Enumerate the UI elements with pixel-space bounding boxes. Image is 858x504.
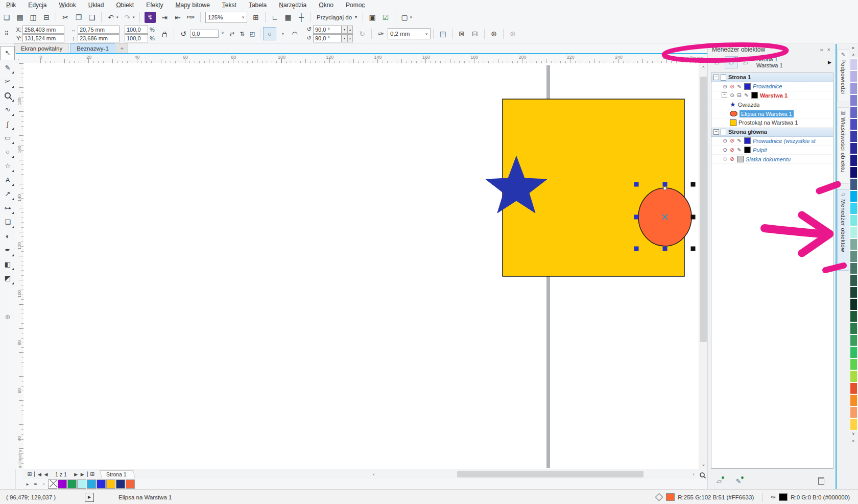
duplicate-button[interactable]: ⊡ (469, 28, 481, 40)
guidelines-toggle-button[interactable]: ┼ (295, 11, 307, 23)
text-tool[interactable]: A (1, 173, 14, 186)
next-page-button[interactable]: ▶ (72, 470, 80, 478)
palette-color-swatch[interactable] (850, 418, 857, 430)
doc-color-swatch[interactable] (106, 479, 115, 489)
mirror-horizontal-button[interactable]: ⇄ (227, 28, 236, 40)
import-button[interactable]: ⇥ (158, 11, 171, 23)
menu-mapy-bitowe[interactable]: Mapy bitowe (169, 1, 216, 10)
doc-color-swatch[interactable] (67, 479, 77, 489)
palette-color-swatch[interactable] (850, 286, 857, 299)
dimension-tool[interactable]: ↗ (1, 187, 14, 201)
tab-podpowiedzi[interactable]: ✎Podpowiedzi (837, 49, 849, 102)
app-launcher-icon[interactable]: ↯ (145, 12, 156, 23)
cut-button[interactable]: ✂ (59, 11, 72, 23)
scale-horizontal-field[interactable]: 100,0 (125, 26, 148, 34)
canvas-vertical-scrollbar[interactable]: ∧ ∨ (699, 63, 708, 469)
scrollbar-thumb[interactable] (457, 471, 644, 477)
copy-button[interactable]: ❐ (73, 11, 85, 23)
change-direction-button[interactable]: ↻ (356, 28, 368, 40)
palette-scroll-left[interactable]: ‹ (40, 479, 48, 488)
options-checklist-button[interactable]: ☑ (379, 11, 392, 23)
menu-efekty[interactable]: Efekty (140, 1, 169, 10)
palette-color-swatch[interactable] (850, 190, 857, 203)
palette-scroll-down[interactable]: ∨ (849, 430, 858, 438)
selection-handle[interactable] (663, 247, 668, 251)
palette-color-swatch[interactable] (850, 178, 857, 190)
transparency-tool[interactable]: ◐ (1, 229, 14, 243)
connector-tool[interactable]: ⊶ (1, 201, 14, 214)
palette-color-swatch[interactable] (850, 58, 857, 70)
no-color-swatch[interactable] (48, 479, 57, 489)
layer-manager-view-button[interactable]: ▱ (740, 57, 752, 68)
palette-color-swatch[interactable] (850, 238, 857, 251)
palette-flyout-icon[interactable]: ▸ (849, 44, 858, 51)
first-page-button[interactable]: ▏◀ (34, 470, 42, 478)
artistic-media-tool[interactable]: ʃ (1, 117, 14, 130)
drawing-canvas[interactable] (23, 63, 699, 469)
collapse-icon[interactable]: − (713, 75, 719, 80)
palette-color-swatch[interactable] (850, 334, 857, 347)
crop-tool[interactable]: ✂ (1, 75, 14, 88)
selection-handle[interactable] (634, 247, 639, 251)
menu-plik[interactable]: Plik (0, 1, 22, 10)
doc-tab-ekran-powitalny[interactable]: Ekran powitalny (14, 43, 69, 53)
save-button[interactable]: ◫ (27, 11, 39, 23)
convert-to-curves-button[interactable]: ⊠ (456, 28, 468, 40)
spinner-down[interactable]: ▾ (342, 34, 347, 42)
doc-color-swatch[interactable] (87, 479, 96, 489)
scroll-down-button[interactable]: ∨ (699, 461, 708, 469)
collapse-icon[interactable]: − (713, 129, 719, 135)
palette-color-swatch[interactable] (850, 106, 857, 118)
palette-color-swatch[interactable] (850, 94, 857, 107)
palette-color-swatch[interactable] (850, 298, 857, 310)
menu-tabela[interactable]: Tabela (243, 1, 273, 10)
redo-dropdown[interactable]: ▾ (133, 15, 137, 19)
visibility-eye-off-icon[interactable]: ⊙ (722, 156, 728, 162)
close-docker-icon[interactable]: × (825, 46, 832, 53)
editable-pencil-icon[interactable]: ✎ (736, 147, 743, 153)
palette-color-swatch[interactable] (850, 322, 857, 334)
object-height-field[interactable]: 23,686 mm (78, 34, 120, 42)
doc-color-swatch[interactable] (77, 479, 86, 489)
fill-color-swatch[interactable] (666, 493, 675, 501)
scroll-left-button[interactable]: ‹ (370, 470, 378, 478)
palette-color-swatch[interactable] (850, 142, 857, 155)
undo-button[interactable]: ↶ (105, 11, 117, 23)
vertical-ruler[interactable]: milimetry 180160140120100806040 (15, 63, 24, 469)
layer-color-swatch[interactable] (744, 147, 751, 153)
palette-color-swatch[interactable] (850, 214, 857, 227)
chevron-down-icon[interactable]: ▾ (410, 15, 414, 19)
doc-color-swatch[interactable] (126, 479, 135, 489)
palette-color-swatch[interactable] (850, 274, 857, 286)
undo-dropdown[interactable]: ▾ (116, 15, 121, 19)
wrap-text-button[interactable]: ▤ (437, 28, 449, 40)
scroll-up-button[interactable]: ∧ (699, 63, 708, 71)
palette-color-swatch[interactable] (850, 406, 857, 419)
new-master-layer-button[interactable]: ✎ (732, 475, 745, 487)
page-tab-strona-1[interactable]: Strona 1 (100, 470, 135, 478)
welcome-screen-button[interactable]: ▣ (366, 11, 378, 23)
doc-color-swatch[interactable] (58, 479, 67, 489)
ruler-origin-button[interactable]: ⌐ (15, 54, 24, 64)
outline-width-select[interactable]: 0,2 mm ∨ (388, 28, 431, 39)
palette-color-swatch[interactable] (850, 346, 857, 358)
ellipse-tool[interactable]: ○ (1, 145, 14, 158)
palette-color-swatch[interactable] (850, 202, 857, 214)
snap-to-dropdown[interactable]: Przyciągaj do ▾ (314, 12, 360, 23)
freehand-tool[interactable]: ∿ (1, 103, 14, 116)
layer-color-swatch[interactable] (744, 83, 751, 90)
palette-expand[interactable]: » (849, 438, 858, 445)
non-printable-icon[interactable]: ⊘ (729, 138, 735, 143)
zoom-to-page-button[interactable]: ⊞ (250, 11, 262, 23)
editable-pencil-icon[interactable]: ✎ (736, 84, 743, 89)
ellipse-mode-button[interactable]: ○ (263, 27, 276, 40)
grid-toggle-button[interactable]: ▦ (282, 11, 294, 23)
tree-row-object-rect[interactable]: Prostokąt na Warstwa 1 (711, 118, 833, 128)
tree-row-grid-layer[interactable]: ⊙⊘Siatka dokumentu (711, 155, 833, 164)
object-width-field[interactable]: 20,75 mm (78, 26, 120, 34)
selection-handle[interactable] (634, 182, 639, 187)
new-tab-button[interactable]: + (116, 43, 128, 53)
publish-pdf-button[interactable]: PDF (185, 11, 197, 23)
selection-handle[interactable] (634, 215, 639, 220)
rulers-toggle-button[interactable]: ∟ (269, 11, 281, 23)
